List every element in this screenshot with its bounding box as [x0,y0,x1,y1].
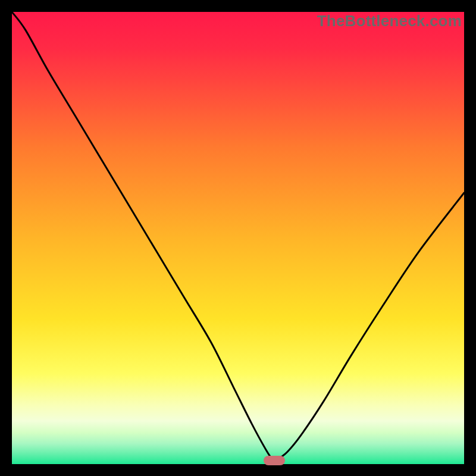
bottleneck-chart [12,12,464,464]
watermark-label: TheBottleneck.com [317,12,462,30]
bottleneck-marker [264,456,285,465]
chart-frame: TheBottleneck.com [12,12,464,464]
